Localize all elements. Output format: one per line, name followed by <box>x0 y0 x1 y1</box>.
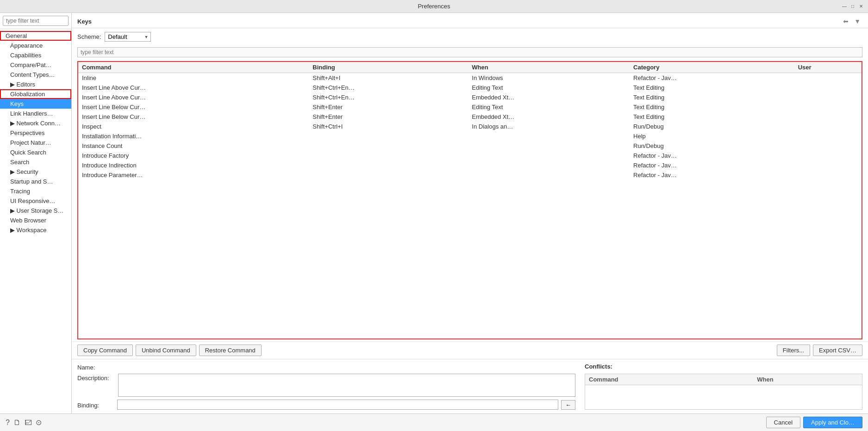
cell-when <box>468 160 630 170</box>
cell-user <box>794 141 862 151</box>
table-row[interactable]: InspectShift+Ctrl+IIn Dialogs an…Run/Deb… <box>78 122 862 131</box>
description-textarea[interactable] <box>118 374 575 397</box>
table-row[interactable]: Introduce IndirectionRefactor - Jav… <box>78 160 862 170</box>
upload-icon[interactable]: 🗠 <box>25 419 32 427</box>
content-header: Keys ⬅ ▼ <box>72 13 868 28</box>
cell-binding <box>309 160 468 170</box>
sidebar-item-keys[interactable]: Keys <box>0 99 71 109</box>
cancel-button[interactable]: Cancel <box>766 417 800 428</box>
cell-command: Insert Line Below Cur… <box>78 112 309 122</box>
cell-binding <box>309 151 468 160</box>
sidebar-item-compare-pat[interactable]: Compare/Pat… <box>0 60 71 70</box>
sidebar-item-user-storage-s[interactable]: ▶ User Storage S… <box>0 206 71 216</box>
table-row[interactable]: Introduce Parameter…Refactor - Jav… <box>78 170 862 180</box>
cell-when: Embedded Xt… <box>468 112 630 122</box>
sidebar-item-link-handlers[interactable]: Link Handlers… <box>0 109 71 118</box>
cell-command: Insert Line Below Cur… <box>78 102 309 112</box>
table-row[interactable]: Insert Line Below Cur…Shift+EnterEmbedde… <box>78 112 862 122</box>
sidebar: GeneralAppearanceCapabilitiesCompare/Pat… <box>0 13 72 413</box>
cell-category: Run/Debug <box>630 141 794 151</box>
col-user: User <box>794 62 862 73</box>
sidebar-item-content-types[interactable]: Content Types… <box>0 70 71 80</box>
cell-command: Instance Count <box>78 141 309 151</box>
cell-when: Embedded Xt… <box>468 92 630 102</box>
name-label: Name: <box>77 363 114 371</box>
sidebar-filter-area <box>0 13 71 29</box>
col-command: Command <box>78 62 309 73</box>
name-field: Name: <box>77 363 575 371</box>
cell-category: Text Editing <box>630 83 794 92</box>
cell-category: Text Editing <box>630 92 794 102</box>
sidebar-item-ui-responsive[interactable]: UI Responsive… <box>0 196 71 206</box>
cell-user <box>794 122 862 131</box>
restore-command-button[interactable]: Restore Command <box>199 345 262 356</box>
table-row[interactable]: Installation Informati…Help <box>78 131 862 141</box>
cell-user <box>794 170 862 180</box>
conflicts-col-when: When <box>753 374 862 385</box>
table-row[interactable]: Introduce FactoryRefactor - Jav… <box>78 151 862 160</box>
sidebar-item-capabilities[interactable]: Capabilities <box>0 50 71 60</box>
sidebar-item-general[interactable]: General <box>0 31 71 41</box>
sidebar-item-tracing[interactable]: Tracing <box>0 186 71 196</box>
cell-category: Refactor - Jav… <box>630 170 794 180</box>
sidebar-tree: GeneralAppearanceCapabilitiesCompare/Pat… <box>0 29 71 413</box>
binding-arrow-button[interactable]: ← <box>561 400 575 410</box>
apply-close-button[interactable]: Apply and Clo… <box>803 417 862 428</box>
footer: ? 🗋 🗠 ⊙ Cancel Apply and Clo… <box>0 413 868 431</box>
back-icon-button[interactable]: ⬅ <box>841 17 850 26</box>
bottom-buttons-row: Copy Command Unbind Command Restore Comm… <box>72 341 868 359</box>
minimize-button[interactable]: — <box>841 3 848 10</box>
export-csv-button[interactable]: Export CSV… <box>813 345 862 356</box>
cell-user <box>794 73 862 83</box>
detail-left: Name: Description: Binding: ← <box>77 363 575 410</box>
filters-button[interactable]: Filters... <box>777 345 810 356</box>
sidebar-item-search[interactable]: Search <box>0 157 71 167</box>
cell-when: Editing Text <box>468 83 630 92</box>
main-layout: GeneralAppearanceCapabilitiesCompare/Pat… <box>0 13 868 413</box>
cell-binding: Shift+Ctrl+En… <box>309 92 468 102</box>
title-bar: Preferences — □ ✕ <box>0 0 868 13</box>
table-row[interactable]: Insert Line Above Cur…Shift+Ctrl+En…Embe… <box>78 92 862 102</box>
maximize-button[interactable]: □ <box>849 3 856 10</box>
sidebar-item-quick-search[interactable]: Quick Search <box>0 148 71 157</box>
filter-input-row <box>72 45 868 59</box>
sidebar-item-web-browser[interactable]: Web Browser <box>0 216 71 225</box>
sidebar-item-appearance[interactable]: Appearance <box>0 41 71 50</box>
col-when: When <box>468 62 630 73</box>
sidebar-item-startup-and-s[interactable]: Startup and S… <box>0 177 71 186</box>
cell-command: Inline <box>78 73 309 83</box>
table-row[interactable]: Insert Line Above Cur…Shift+Ctrl+En…Edit… <box>78 83 862 92</box>
cell-category: Refactor - Jav… <box>630 160 794 170</box>
file-icon[interactable]: 🗋 <box>13 419 21 427</box>
dropdown-icon-button[interactable]: ▼ <box>852 17 862 26</box>
table-row[interactable]: InlineShift+Alt+IIn WindowsRefactor - Ja… <box>78 73 862 83</box>
sidebar-item-globalization[interactable]: Globalization <box>0 89 71 99</box>
table-row[interactable]: Instance CountRun/Debug <box>78 141 862 151</box>
conflicts-col-command: Command <box>585 374 753 385</box>
detail-section: Name: Description: Binding: ← Conflicts: <box>72 359 868 413</box>
sidebar-item-editors[interactable]: ▶ Editors <box>0 80 71 89</box>
sidebar-item-project-natur[interactable]: Project Natur… <box>0 138 71 148</box>
sidebar-item-perspectives[interactable]: Perspectives <box>0 128 71 138</box>
close-button[interactable]: ✕ <box>858 3 864 10</box>
binding-input[interactable] <box>117 400 558 410</box>
unbind-command-button[interactable]: Unbind Command <box>136 345 196 356</box>
sidebar-filter-input[interactable] <box>3 16 69 26</box>
help-icon[interactable]: ? <box>6 419 10 427</box>
scheme-row: Scheme: DefaultEmacsCustom <box>72 28 868 45</box>
cell-binding: Shift+Enter <box>309 112 468 122</box>
sidebar-item-security[interactable]: ▶ Security <box>0 167 71 177</box>
cell-when: In Windows <box>468 73 630 83</box>
cell-binding: Shift+Ctrl+I <box>309 122 468 131</box>
scheme-select[interactable]: DefaultEmacsCustom <box>105 32 151 42</box>
cell-when <box>468 131 630 141</box>
info-icon[interactable]: ⊙ <box>36 418 42 427</box>
keys-filter-input[interactable] <box>77 47 862 57</box>
cell-command: Introduce Factory <box>78 151 309 160</box>
table-row[interactable]: Insert Line Below Cur…Shift+EnterEditing… <box>78 102 862 112</box>
sidebar-item-workspace[interactable]: ▶ Workspace <box>0 225 71 235</box>
cell-category: Text Editing <box>630 112 794 122</box>
window-controls: — □ ✕ <box>841 3 864 10</box>
copy-command-button[interactable]: Copy Command <box>77 345 133 356</box>
sidebar-item-network-conn[interactable]: ▶ Network Conn… <box>0 118 71 128</box>
